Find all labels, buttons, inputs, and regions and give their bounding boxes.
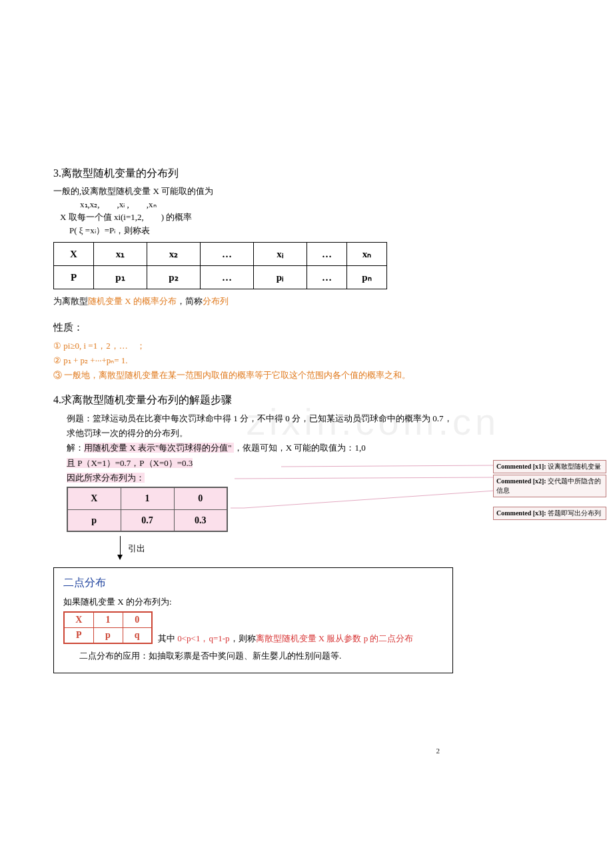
comment-text: 设离散型随机变量 — [548, 463, 601, 470]
svg-line-1 — [235, 477, 493, 479]
comments-panel: Commented [x1]: 设离散型随机变量 Commented [x2]:… — [493, 460, 606, 521]
sol-mid: ，依题可知，X 可能的取值为：1,0 — [234, 443, 366, 453]
cell: … — [307, 243, 347, 266]
t: ，简称 — [177, 296, 203, 306]
t: 0<p<1，q=1-p — [177, 633, 229, 643]
cell: 1 — [93, 612, 123, 628]
two-point-note: 其中 0<p<1，q=1-p，则称离散型随机变量 X 服从参数 p 的二点分布 — [158, 632, 413, 647]
cell: 0 — [123, 612, 152, 628]
example-dist-table: X 1 0 p 0.7 0.3 — [67, 487, 228, 533]
t: 离散型随机变量 X 服从参数 p 的二点分布 — [256, 633, 414, 643]
section4-title: 4.求离散型随机变量分布列的解题步骤 — [53, 393, 453, 407]
two-point-title: 二点分布 — [63, 576, 443, 590]
sol-hl1: 用随机变量 X 表示"每次罚球得的分值" — [84, 443, 234, 453]
comment-2: Commented [x2]: 交代题中所隐含的信息 — [493, 475, 606, 497]
cell: p — [67, 509, 121, 531]
cell: … — [307, 266, 347, 289]
comment-3: Commented [x3]: 答题即写出分布列 — [493, 507, 606, 520]
arrow-block: 引出 — [113, 536, 453, 562]
cell: 1 — [121, 487, 174, 509]
cell: pₙ — [347, 266, 387, 289]
cell: x₁ — [94, 243, 147, 266]
comment-1: Commented [x1]: 设离散型随机变量 — [493, 460, 606, 473]
solution-line1: 解：用随机变量 X 表示"每次罚球得的分值" ，依题可知，X 可能的取值为：1,… — [67, 441, 453, 455]
cell: p₁ — [94, 266, 147, 289]
t: ，则称 — [230, 633, 256, 643]
page-number: 2 — [436, 747, 440, 755]
two-point-app: 二点分布的应用：如抽取彩票是否中奖问题、新生婴儿的性别问题等. — [79, 649, 443, 663]
cell: p₂ — [147, 266, 201, 289]
cell: … — [201, 243, 254, 266]
cell: xₙ — [347, 243, 387, 266]
arrow-label: 引出 — [128, 543, 145, 555]
two-point-intro: 如果随机变量 X 的分布列为: — [63, 595, 443, 609]
distribution-table: X x₁ x₂ … xᵢ … xₙ P p₁ p₂ … pᵢ … pₙ — [53, 242, 387, 289]
arrow-down-icon — [120, 536, 121, 559]
cell: 0.3 — [174, 509, 227, 531]
connector-line-icon — [281, 463, 494, 471]
section3-title: 3.离散型随机变量的分布列 — [53, 167, 453, 181]
cell: P — [64, 627, 93, 643]
cell: p — [93, 627, 123, 643]
ex-label: 例题： — [67, 413, 93, 423]
section3-intro: 一般的,设离散型随机变量 X 可能取的值为 — [53, 185, 453, 198]
svg-line-0 — [281, 465, 493, 467]
cell: pᵢ — [254, 266, 307, 289]
cell: 0.7 — [121, 509, 174, 531]
connector-line-icon — [231, 489, 497, 509]
t: 随机变量 X 的概率分布 — [88, 296, 177, 306]
page-content: 3.离散型随机变量的分布列 一般的,设离散型随机变量 X 可能取的值为 x₁,x… — [53, 167, 453, 673]
properties-list: ① pi≥0, i =1，2，… ； ② p₁ + p₂ +···+pₙ= 1.… — [53, 339, 453, 383]
comment-label: Commented [x3]: — [496, 509, 548, 517]
sol-label: 解： — [67, 443, 84, 453]
prop2: ② p₁ + p₂ +···+pₙ= 1. — [53, 353, 453, 368]
t: 分布列 — [203, 296, 229, 306]
sol-hl2: 且 P（X=1）=0.7，P（X=0）=0.3 — [67, 458, 193, 468]
cell: X — [64, 612, 93, 628]
connector-line-icon — [235, 475, 494, 481]
comment-text: 答题即写出分布列 — [548, 509, 601, 517]
cell: X — [54, 243, 94, 266]
example-text: 例题：篮球运动员在比赛中每次罚球命中得 1 分，不中得 0 分，已知某运动员罚球… — [67, 411, 453, 441]
section3-line3: P( ξ =xᵢ）=Pᵢ，则称表 — [69, 224, 453, 237]
two-point-box: 二点分布 如果随机变量 X 的分布列为: X 1 0 P p q 其中 0<p<… — [53, 567, 453, 673]
cell: P — [54, 266, 94, 289]
section3-values: x₁,x₂, ,xᵢ , ,xₙ — [80, 198, 453, 211]
cell: … — [201, 266, 254, 289]
two-point-row: X 1 0 P p q 其中 0<p<1，q=1-p，则称离散型随机变量 X 服… — [63, 609, 443, 647]
properties-title: 性质： — [53, 320, 453, 335]
example-block: 例题：篮球运动员在比赛中每次罚球命中得 1 分，不中得 0 分，已知某运动员罚球… — [67, 411, 453, 532]
cell: x₂ — [147, 243, 201, 266]
t: 其中 — [158, 633, 177, 643]
comment-label: Commented [x1]: — [496, 463, 548, 470]
comment-label: Commented [x2]: — [496, 477, 548, 485]
prop1: ① pi≥0, i =1，2，… ； — [53, 339, 453, 353]
t: 为离散型 — [53, 296, 88, 306]
prop3: ③ 一般地，离散型随机变量在某一范围内取值的概率等于它取这个范围内各个值的概率之… — [53, 368, 453, 383]
cell: q — [123, 627, 152, 643]
two-point-table: X 1 0 P p q — [63, 611, 153, 644]
cell: 0 — [174, 487, 227, 509]
cell: xᵢ — [254, 243, 307, 266]
section3-line2: X 取每一个值 xi(i=1,2, ) 的概率 — [60, 211, 453, 224]
section3-after: 为离散型随机变量 X 的概率分布，简称分布列 — [53, 295, 453, 308]
ex-body: 篮球运动员在比赛中每次罚球命中得 1 分，不中得 0 分，已知某运动员罚球命中的… — [67, 413, 452, 438]
sol-hl3: 因此所求分布列为： — [67, 473, 145, 483]
cell: X — [67, 487, 121, 509]
